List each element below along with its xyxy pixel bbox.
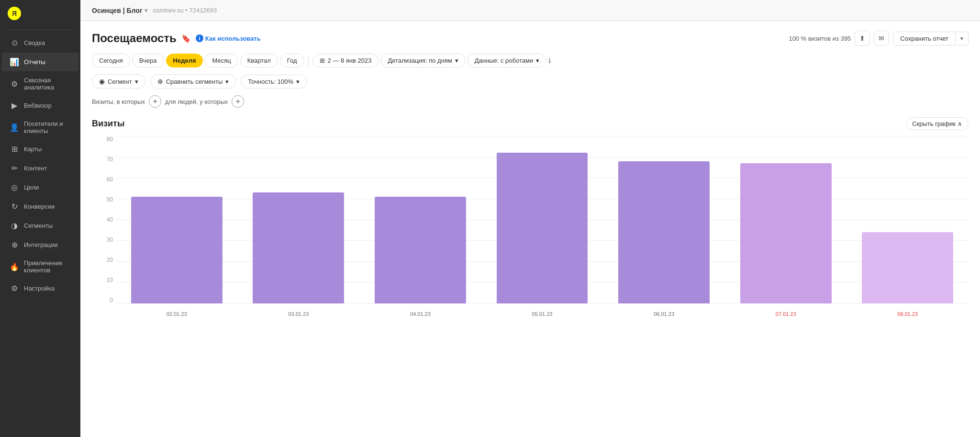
date-range-label: 2 — 8 янв 2023 xyxy=(328,57,372,64)
chart-section: Визиты Скрыть график ∧ 80 70 60 50 40 xyxy=(92,117,969,318)
bar-label-06.01.23: 06.01.23 xyxy=(654,311,674,317)
bar-group-04.01.23[interactable]: 04.01.23 xyxy=(359,136,481,303)
sidebar-item-label: Конверсии xyxy=(24,203,55,210)
bar-label-08.01.23: 08.01.23 xyxy=(897,311,918,317)
bookmark-icon[interactable]: 🔖 xyxy=(181,34,191,43)
chevron-down-icon: ▾ xyxy=(145,7,147,14)
bar-group-03.01.23[interactable]: 03.01.23 xyxy=(238,136,360,303)
sidebar-item-nastroyka[interactable]: ⚙Настройка xyxy=(2,279,78,298)
bar-05.01.23 xyxy=(497,153,588,303)
skvoznaya-icon: ⚙ xyxy=(10,79,19,89)
period-tabs: СегодняВчераНеделяМесяцКварталГод ⊞ 2 — … xyxy=(92,54,969,67)
sidebar-item-tseli[interactable]: ◎Цели xyxy=(2,178,78,197)
sidebar-item-label: Контент xyxy=(24,165,47,172)
y-label-80: 80 xyxy=(92,136,116,143)
bar-group-08.01.23[interactable]: 08.01.23 xyxy=(846,136,969,303)
period-tab-год[interactable]: Год xyxy=(280,54,304,67)
sidebar-item-privlechenie[interactable]: 🔥Привлечение клиентов xyxy=(2,255,78,279)
segment-button[interactable]: ◉ Сегмент ▾ xyxy=(92,74,145,89)
add-person-filter-button[interactable]: + xyxy=(232,95,244,108)
otchety-icon: 📊 xyxy=(10,57,19,67)
segment-row-prefix: Визиты, в которых xyxy=(92,98,145,105)
how-to-use-link[interactable]: i Как использовать xyxy=(196,34,261,42)
segment-row-middle: для людей, у которых xyxy=(165,98,228,105)
sidebar-item-otchety[interactable]: 📊Отчеты xyxy=(2,53,78,71)
chevron-down-icon: ▾ xyxy=(536,57,539,64)
bar-group-07.01.23[interactable]: 07.01.23 xyxy=(725,136,847,303)
sidebar-item-vebvizor[interactable]: ▶Вебвизор xyxy=(2,96,78,115)
bar-03.01.23 xyxy=(253,192,344,303)
compare-button[interactable]: ⊕ Сравнить сегменты ▾ xyxy=(150,74,236,89)
chevron-down-icon: ▾ xyxy=(225,78,229,85)
content-area: Посещаемость 🔖 i Как использовать 100 % … xyxy=(80,21,980,437)
konversii-icon: ↻ xyxy=(10,202,19,211)
period-tab-неделя[interactable]: Неделя xyxy=(166,54,203,67)
tseli-icon: ◎ xyxy=(10,183,19,192)
bar-label-04.01.23: 04.01.23 xyxy=(410,311,431,317)
bar-group-06.01.23[interactable]: 06.01.23 xyxy=(603,136,725,303)
sidebar-item-svodka[interactable]: ⊙Сводка xyxy=(2,34,78,52)
sidebar-item-integracii[interactable]: ⊕Интеграции xyxy=(2,235,78,254)
sidebar: Я ⊙Сводка📊Отчеты⚙Сквозная аналитика▶Вебв… xyxy=(0,0,80,437)
share-button[interactable]: ✉ xyxy=(874,31,889,46)
chevron-up-icon: ∧ xyxy=(958,120,962,127)
sidebar-item-karty[interactable]: ⊞Карты xyxy=(2,140,78,158)
period-tab-вчера[interactable]: Вчера xyxy=(132,54,164,67)
sidebar-item-segmenty[interactable]: ◑Сегменты xyxy=(2,216,78,235)
bar-chart: 80 70 60 50 40 30 20 10 0 xyxy=(92,136,969,318)
sidebar-item-label: Карты xyxy=(24,146,42,153)
sidebar-item-label: Посетители и клиенты xyxy=(24,120,71,134)
period-tab-сегодня[interactable]: Сегодня xyxy=(92,54,130,67)
header-title-text: Осинцев | Блог xyxy=(92,7,143,14)
bar-label-05.01.23: 05.01.23 xyxy=(532,311,553,317)
sidebar-item-konversii[interactable]: ↻Конверсии xyxy=(2,197,78,216)
bar-group-02.01.23[interactable]: 02.01.23 xyxy=(116,136,238,303)
header-subtitle: osintsev.su • 72412693 xyxy=(153,7,217,14)
chart-y-axis: 80 70 60 50 40 30 20 10 0 xyxy=(92,136,116,303)
sidebar-item-label: Интеграции xyxy=(24,241,58,248)
bar-06.01.23 xyxy=(618,161,710,304)
bar-04.01.23 xyxy=(375,197,466,303)
y-label-30: 30 xyxy=(92,236,116,243)
data-button[interactable]: Данные: с роботами ▾ xyxy=(468,54,546,67)
detail-label: Детализация: по дням xyxy=(388,57,452,64)
page-title-row: Посещаемость 🔖 i Как использовать 100 % … xyxy=(92,31,969,46)
export-button[interactable]: ⬆ xyxy=(855,31,870,46)
chevron-down-icon: ▾ xyxy=(455,57,458,64)
accuracy-button[interactable]: Точность: 100% ▾ xyxy=(241,75,307,89)
hide-chart-button[interactable]: Скрыть график ∧ xyxy=(906,117,969,130)
nastroyka-icon: ⚙ xyxy=(10,284,19,293)
sidebar-item-label: Вебвизор xyxy=(24,102,52,109)
bar-08.01.23 xyxy=(862,232,953,303)
sidebar-item-label: Привлечение клиентов xyxy=(24,259,71,274)
bar-07.01.23 xyxy=(740,163,832,303)
sidebar-item-label: Сегменты xyxy=(24,222,53,229)
add-visit-filter-button[interactable]: + xyxy=(149,95,161,108)
y-label-20: 20 xyxy=(92,257,116,263)
save-report-arrow-icon[interactable]: ▾ xyxy=(956,33,968,45)
detail-button[interactable]: Детализация: по дням ▾ xyxy=(380,54,465,67)
posetiteli-icon: 👤 xyxy=(10,123,19,132)
kontent-icon: ✏ xyxy=(10,164,19,173)
compare-icon: ⊕ xyxy=(157,78,163,85)
logo-icon: Я xyxy=(8,7,21,20)
segment-icon: ◉ xyxy=(99,78,105,85)
save-report-button[interactable]: Сохранить отчет ▾ xyxy=(893,32,969,45)
y-label-0: 0 xyxy=(92,297,116,303)
sidebar-item-kontent[interactable]: ✏Контент xyxy=(2,159,78,178)
sidebar-item-skvoznaya[interactable]: ⚙Сквозная аналитика xyxy=(2,72,78,96)
y-label-40: 40 xyxy=(92,216,116,223)
period-tab-месяц[interactable]: Месяц xyxy=(205,54,238,67)
y-label-50: 50 xyxy=(92,196,116,203)
period-tab-квартал[interactable]: Квартал xyxy=(240,54,278,67)
date-range-button[interactable]: ⊞ 2 — 8 янв 2023 xyxy=(312,54,379,67)
header-site-title[interactable]: Осинцев | Блог ▾ xyxy=(92,7,147,14)
segmenty-icon: ◑ xyxy=(10,221,19,230)
bar-group-05.01.23[interactable]: 05.01.23 xyxy=(481,136,603,303)
chevron-down-icon: ▾ xyxy=(135,78,138,85)
bars-area: 02.01.2303.01.2304.01.2305.01.2306.01.23… xyxy=(116,136,969,303)
sidebar-item-posetiteli[interactable]: 👤Посетители и клиенты xyxy=(2,115,78,139)
header: Осинцев | Блог ▾ osintsev.su • 72412693 xyxy=(80,0,980,21)
sidebar-item-label: Отчеты xyxy=(24,58,45,66)
how-to-use-label: Как использовать xyxy=(205,35,261,42)
